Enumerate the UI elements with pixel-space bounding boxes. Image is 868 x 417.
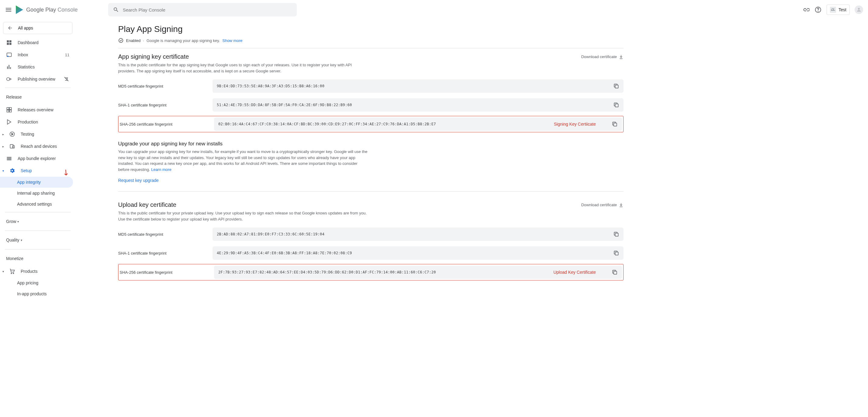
svg-rect-5 <box>7 43 9 45</box>
chevron-down-icon: ▾ <box>2 270 5 273</box>
svg-rect-4 <box>9 40 11 43</box>
svg-rect-24 <box>615 104 618 107</box>
upload-annotation: Upload Key Certificate <box>554 270 596 275</box>
search-icon <box>113 7 119 13</box>
sidebar-section-grow[interactable]: Grow▾ <box>0 215 75 228</box>
releases-icon <box>6 107 12 113</box>
svg-rect-6 <box>9 43 11 45</box>
logo[interactable]: Google Play Console <box>16 5 78 14</box>
sidebar-item-products[interactable]: ▾ Products <box>0 265 75 277</box>
sidebar-item-internal-sharing[interactable]: Internal app sharing <box>0 188 75 199</box>
sidebar-item-statistics[interactable]: Statistics <box>0 61 75 73</box>
svg-point-2 <box>858 8 860 10</box>
svg-point-20 <box>11 273 12 274</box>
status-text: Google is managing your app signing key. <box>147 38 220 43</box>
download-signing-cert[interactable]: Download certificate <box>581 55 623 59</box>
svg-rect-23 <box>615 85 618 88</box>
chevron-down-icon: ▾ <box>2 169 5 172</box>
svg-rect-13 <box>7 108 9 110</box>
svg-point-22 <box>119 38 123 43</box>
signing-sha1-row: SHA-1 certificate fingerprint 51:A2:4E:7… <box>118 98 623 112</box>
svg-rect-14 <box>9 108 11 110</box>
avatar[interactable] <box>855 5 863 14</box>
sidebar-item-inbox[interactable]: Inbox 11 <box>0 49 75 61</box>
svg-rect-26 <box>615 233 618 236</box>
bundle-icon <box>6 155 12 162</box>
changes-off-icon <box>63 76 69 82</box>
chevron-down-icon: ▾ <box>21 239 22 242</box>
svg-rect-15 <box>7 110 9 112</box>
all-apps-button[interactable]: All apps <box>3 22 72 34</box>
status-enabled: Enabled <box>126 38 141 43</box>
upload-sha256-row: SHA-256 certificate fingerprint 2F:7B:93… <box>120 266 622 279</box>
gear-icon <box>9 168 15 174</box>
show-more-link[interactable]: Show more <box>222 38 242 43</box>
svg-point-8 <box>7 56 8 57</box>
upload-md5-value: 2B:AD:88:02:A7:81:D9:E0:F7:C3:33:6C:60:5… <box>217 232 610 236</box>
search-box[interactable] <box>108 3 297 16</box>
upload-md5-row: MD5 certificate fingerprint 2B:AD:88:02:… <box>118 228 623 241</box>
download-upload-cert[interactable]: Download certificate <box>581 203 623 207</box>
check-circle-icon <box>118 38 124 43</box>
sidebar-item-production[interactable]: Production <box>0 116 75 128</box>
sidebar-item-dashboard[interactable]: Dashboard <box>0 36 75 49</box>
upload-sha256-highlight: SHA-256 certificate fingerprint 2F:7B:93… <box>118 264 623 280</box>
copy-icon[interactable] <box>612 269 618 275</box>
download-icon <box>619 55 623 59</box>
download-icon <box>619 203 623 207</box>
svg-rect-9 <box>7 66 8 69</box>
page-title: Play App Signing <box>118 24 623 34</box>
copy-icon[interactable] <box>613 83 619 89</box>
copy-icon[interactable] <box>613 250 619 256</box>
testing-icon <box>9 131 15 137</box>
help-icon[interactable] <box>814 6 822 13</box>
app-icon <box>830 7 836 13</box>
copy-icon[interactable] <box>613 231 619 237</box>
sidebar-item-advanced[interactable]: Advanced settings <box>0 199 75 210</box>
svg-rect-16 <box>9 110 11 112</box>
sidebar-section-release: Release <box>0 90 75 104</box>
search-input[interactable] <box>123 7 292 12</box>
sidebar-item-testing[interactable]: ▸ Testing <box>0 128 75 140</box>
upload-sha256-value: 2F:7B:93:27:93:E7:82:48:AD:64:57:EE:D4:0… <box>218 270 541 274</box>
copy-icon[interactable] <box>613 102 619 108</box>
chevron-right-icon: ▸ <box>2 133 5 136</box>
signing-sha256-value: 02:B0:16:4A:C4:67:CF:C0:38:14:0A:CF:BD:B… <box>218 122 541 126</box>
sidebar-item-app-integrity[interactable]: App integrity <box>0 177 73 188</box>
menu-icon[interactable] <box>5 6 12 13</box>
statistics-icon <box>6 64 12 70</box>
upload-sha1-value: 4E:29:9D:4F:A5:3B:C4:4F:E0:6B:3B:A8:FF:1… <box>217 251 610 255</box>
learn-more-link[interactable]: Learn more <box>151 167 171 172</box>
upload-sha1-row: SHA-1 certificate fingerprint 4E:29:9D:4… <box>118 246 623 260</box>
signing-md5-value: 9B:E4:DD:73:53:5E:A8:9A:3F:A3:D5:15:B8:A… <box>217 84 610 88</box>
inbox-icon <box>6 52 12 58</box>
signing-sha256-highlight: SHA-256 certificate fingerprint 02:B0:16… <box>118 116 623 132</box>
sidebar-item-publishing[interactable]: Publishing overview <box>0 73 75 85</box>
svg-rect-10 <box>8 65 9 69</box>
request-upgrade-link[interactable]: Request key upgrade <box>118 178 159 183</box>
arrow-left-icon <box>8 25 13 31</box>
signing-desc: This is the public certificate for the a… <box>118 62 368 74</box>
signing-sha256-row: SHA-256 certificate fingerprint 02:B0:16… <box>120 117 622 131</box>
upload-heading: Upload key certificate <box>118 201 176 208</box>
sidebar-item-reach[interactable]: ▸ Reach and devices <box>0 140 75 152</box>
devices-icon <box>9 143 15 149</box>
svg-rect-27 <box>615 252 618 255</box>
svg-point-12 <box>7 77 10 80</box>
upload-desc: This is the public certificate for your … <box>118 210 368 222</box>
svg-point-21 <box>13 273 14 274</box>
copy-icon[interactable] <box>612 121 618 127</box>
signing-heading: App signing key certificate <box>118 53 189 60</box>
dashboard-icon <box>6 39 12 46</box>
svg-rect-25 <box>614 123 617 126</box>
link-icon[interactable] <box>802 6 810 13</box>
app-selector[interactable]: Test <box>827 5 850 15</box>
cart-icon <box>9 268 15 274</box>
sidebar-item-inapp[interactable]: In-app products <box>0 288 75 299</box>
sidebar-item-bundle-explorer[interactable]: App bundle explorer <box>0 152 75 165</box>
sidebar-section-quality[interactable]: Quality▾ <box>0 233 75 247</box>
sidebar-item-releases-overview[interactable]: Releases overview <box>0 104 75 116</box>
signing-sha1-value: 51:A2:4E:7D:55:DD:DA:8F:5B:DF:5A:F0:CA:2… <box>217 103 610 107</box>
sidebar-item-app-pricing[interactable]: App pricing <box>0 277 75 288</box>
sidebar-item-setup[interactable]: ▾ Setup ↘ <box>0 165 75 177</box>
